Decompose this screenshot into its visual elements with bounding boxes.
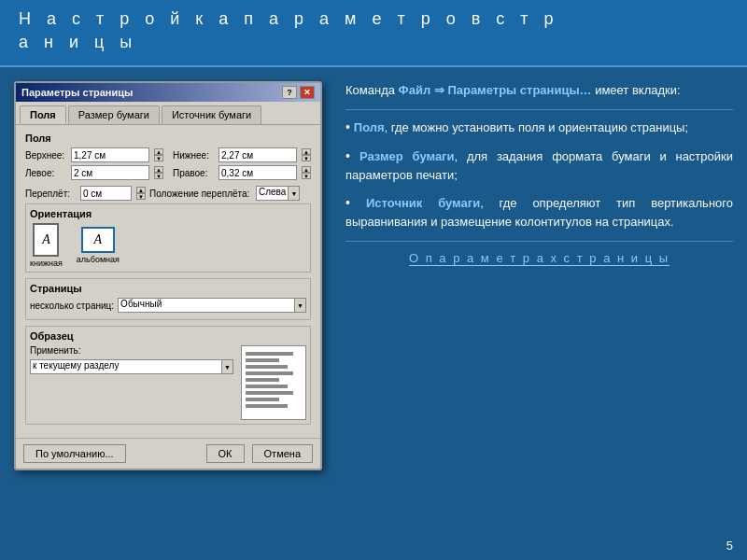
levoe-down[interactable]: ▼ xyxy=(154,173,163,179)
info-panel: Команда Файл ⇒ Параметры страницы… имеет… xyxy=(345,77,733,543)
highlight-2: Размер бумаги xyxy=(359,149,455,163)
portrait-option[interactable]: A книжная xyxy=(30,223,63,268)
pravoe-up[interactable]: ▲ xyxy=(302,166,311,173)
header-title-line1: Н а с т р о й к а п а р а м е т р о в с … xyxy=(19,7,728,31)
pages-value: Обычный xyxy=(118,298,295,313)
info-intro: Команда Файл ⇒ Параметры страницы… имеет… xyxy=(345,81,733,100)
pereplet-input[interactable]: 0 см xyxy=(80,186,132,201)
levoe-spin[interactable]: ▲ ▼ xyxy=(154,166,163,179)
cancel-button[interactable]: Отмена xyxy=(252,444,313,463)
default-button[interactable]: По умолчанию... xyxy=(23,444,126,463)
bullet-3: • xyxy=(345,195,366,210)
field-row-verhnee: Верхнее: 1,27 см ▲ ▼ xyxy=(25,147,163,162)
dialog-titlebar: Параметры страницы ? ✕ xyxy=(16,83,320,102)
pereplet-label: Переплёт: xyxy=(25,189,77,199)
pages-section: Страницы несколько страниц: Обычный ▼ xyxy=(25,278,311,320)
pages-label: несколько страниц: xyxy=(30,301,114,311)
levoe-up[interactable]: ▲ xyxy=(154,166,163,173)
divider-1 xyxy=(345,109,733,110)
pravoe-spin[interactable]: ▲ ▼ xyxy=(302,166,311,179)
nizhnee-up[interactable]: ▲ xyxy=(302,148,311,155)
levoe-input[interactable]: 2 см xyxy=(71,165,149,180)
ok-button[interactable]: ОК xyxy=(206,444,245,463)
preview-lines xyxy=(242,346,305,416)
field-row-nizhnee: Нижнее: 2,27 см ▲ ▼ xyxy=(173,147,311,162)
help-button[interactable]: ? xyxy=(282,86,297,99)
cmd-bold: Файл ⇒ Параметры страницы… xyxy=(399,83,592,97)
levoe-value: 2 см xyxy=(74,168,92,178)
page-params-link[interactable]: О п а р а м е т р а х с т р а н и ц ы xyxy=(409,251,669,266)
header-title: Н а с т р о й к а п а р а м е т р о в с … xyxy=(19,7,728,54)
orientation-icons: A книжная A альбомная xyxy=(30,223,306,268)
ok-cancel-buttons: ОК Отмена xyxy=(206,444,313,463)
preview-line-9 xyxy=(246,404,288,408)
preview-line-3 xyxy=(246,365,288,369)
cmd-suffix: имеет вкладки: xyxy=(592,83,681,97)
pages-row: несколько страниц: Обычный ▼ xyxy=(30,298,306,313)
apply-combo[interactable]: к текущему разделу ▼ xyxy=(30,359,233,374)
apply-value: к текущему разделу xyxy=(30,359,222,374)
preview-line-8 xyxy=(246,398,279,401)
preview-line-7 xyxy=(246,391,293,395)
portrait-shape: A xyxy=(33,223,59,257)
pereplet-down[interactable]: ▼ xyxy=(136,193,146,200)
landscape-option[interactable]: A альбомная xyxy=(77,227,120,264)
field-row-levoe: Левое: 2 см ▲ ▼ xyxy=(25,165,163,180)
polozhenie-arrow[interactable]: ▼ xyxy=(289,186,300,201)
apply-arrow[interactable]: ▼ xyxy=(222,359,233,374)
tab-paper-size[interactable]: Размер бумаги xyxy=(68,105,160,124)
sample-content: Применить: к текущему разделу ▼ xyxy=(30,345,306,420)
levoe-label: Левое: xyxy=(25,168,67,178)
info-item-3: • Источник бумаги, где определяют тип ве… xyxy=(345,193,733,231)
sample-preview xyxy=(241,345,306,420)
divider-2 xyxy=(345,241,733,242)
preview-line-6 xyxy=(246,385,288,388)
verhnee-down[interactable]: ▼ xyxy=(154,155,163,161)
pravoe-down[interactable]: ▼ xyxy=(302,173,311,179)
verhnee-input[interactable]: 1,27 см xyxy=(71,147,149,162)
nizhnee-label: Нижнее: xyxy=(173,150,215,161)
bullet-1: • xyxy=(345,119,354,134)
tab-paper-source[interactable]: Источник бумаги xyxy=(162,105,261,124)
pravoe-input[interactable]: 0,32 см xyxy=(218,165,297,180)
dialog-title: Параметры страницы xyxy=(21,87,133,98)
dialog-body: Поля Верхнее: 1,27 см ▲ ▼ Ни xyxy=(16,125,320,438)
info-item-1: • Поля, где можно установить поля и орие… xyxy=(345,118,733,137)
text-1: , где можно установить поля и ориентацию… xyxy=(385,120,688,134)
highlight-3: Источник бумаги xyxy=(366,196,480,210)
preview-line-1 xyxy=(246,352,293,356)
verhnee-up[interactable]: ▲ xyxy=(154,148,163,155)
highlight-1: Поля xyxy=(354,120,385,134)
fields-section-label: Поля xyxy=(25,133,311,144)
intro-text: Команда xyxy=(345,83,399,97)
sample-label: Образец xyxy=(30,330,306,342)
fields-grid: Верхнее: 1,27 см ▲ ▼ Нижнее: 2,27 см xyxy=(25,147,311,180)
pereplet-spin[interactable]: ▲ ▼ xyxy=(136,187,146,200)
landscape-shape: A xyxy=(81,227,115,253)
header-title-line2: а н и ц ы xyxy=(19,31,728,54)
close-button[interactable]: ✕ xyxy=(300,86,315,99)
verhnee-spin[interactable]: ▲ ▼ xyxy=(154,148,163,161)
pravoe-label: Правое: xyxy=(173,168,215,178)
pereplet-up[interactable]: ▲ xyxy=(136,187,146,193)
pages-section-label: Страницы xyxy=(30,283,306,294)
orientation-label: Ориентация xyxy=(30,208,306,219)
nizhnee-spin[interactable]: ▲ ▼ xyxy=(302,148,311,161)
landscape-label: альбомная xyxy=(77,255,120,264)
sample-section: Образец Применить: к текущему разделу ▼ xyxy=(25,326,311,425)
nizhnee-input[interactable]: 2,27 см xyxy=(218,147,297,162)
info-item-2: • Размер бумаги, для задания формата бум… xyxy=(345,147,733,185)
pages-combo[interactable]: Обычный ▼ xyxy=(118,298,306,313)
pages-arrow[interactable]: ▼ xyxy=(295,298,306,313)
polozhenie-combo[interactable]: Слева ▼ xyxy=(256,186,300,201)
pereplet-value: 0 см xyxy=(83,189,102,199)
dialog-tabs: Поля Размер бумаги Источник бумаги xyxy=(16,102,320,125)
preview-line-5 xyxy=(246,378,279,382)
polozhenie-value: Слева xyxy=(256,186,289,201)
nizhnee-down[interactable]: ▼ xyxy=(302,155,311,161)
verhnee-value: 1,27 см xyxy=(74,150,106,161)
bullet-2: • xyxy=(345,148,359,163)
bottom-link[interactable]: О п а р а м е т р а х с т р а н и ц ы xyxy=(345,251,733,265)
apply-area: Применить: к текущему разделу ▼ xyxy=(30,345,233,374)
tab-fields[interactable]: Поля xyxy=(20,105,66,124)
